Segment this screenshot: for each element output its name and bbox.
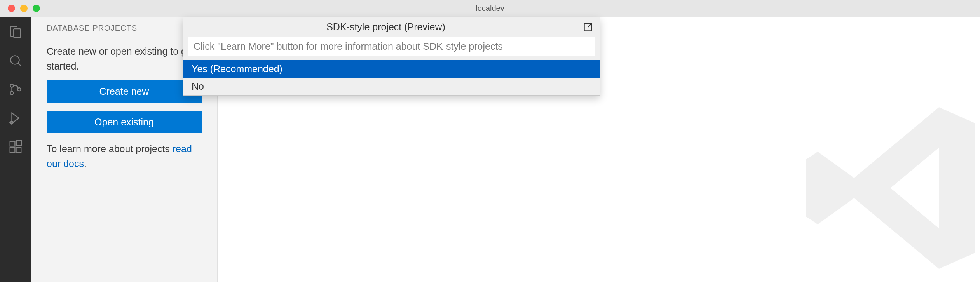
svg-point-3 <box>10 92 14 95</box>
traffic-lights <box>0 5 40 12</box>
learn-more-text: To learn more about projects read our do… <box>47 142 202 171</box>
open-existing-button[interactable]: Open existing <box>47 111 202 133</box>
sidebar-title: DATABASE PROJECTS <box>47 24 181 33</box>
quickpick-option-no[interactable]: No <box>183 78 600 95</box>
quickpick-input[interactable] <box>188 37 595 56</box>
create-new-button[interactable]: Create new <box>47 80 202 103</box>
source-control-icon[interactable] <box>8 82 23 97</box>
search-icon[interactable] <box>8 53 23 68</box>
close-window-button[interactable] <box>8 5 15 12</box>
explorer-icon[interactable] <box>8 24 23 40</box>
maximize-window-button[interactable] <box>33 5 40 12</box>
svg-point-0 <box>10 56 19 64</box>
run-debug-icon[interactable] <box>8 110 23 126</box>
quickpick-header: SDK-style project (Preview) <box>183 17 600 37</box>
svg-rect-12 <box>17 141 22 146</box>
sidebar-intro-text: Create new or open existing to get start… <box>47 44 202 73</box>
learn-more-suffix: . <box>84 158 87 169</box>
svg-point-4 <box>18 88 21 91</box>
svg-rect-10 <box>10 148 15 153</box>
extensions-icon[interactable] <box>8 139 23 155</box>
learn-more-prefix: To learn more about projects <box>47 143 173 154</box>
quickpick-option-yes[interactable]: Yes (Recommended) <box>183 60 600 78</box>
activity-bar <box>0 17 31 282</box>
quickpick-title: SDK-style project (Preview) <box>189 21 582 33</box>
titlebar: localdev <box>0 0 980 17</box>
expand-icon[interactable] <box>582 22 593 33</box>
quickpick-dialog: SDK-style project (Preview) Yes (Recomme… <box>183 17 600 96</box>
svg-rect-11 <box>16 148 21 153</box>
window-title: localdev <box>476 4 504 13</box>
svg-point-2 <box>10 84 14 87</box>
svg-line-1 <box>18 63 21 66</box>
svg-rect-9 <box>10 141 15 146</box>
quickpick-list: Yes (Recommended) No <box>183 60 600 95</box>
minimize-window-button[interactable] <box>20 5 28 12</box>
vscode-watermark-icon <box>793 87 980 282</box>
svg-line-16 <box>588 23 591 27</box>
